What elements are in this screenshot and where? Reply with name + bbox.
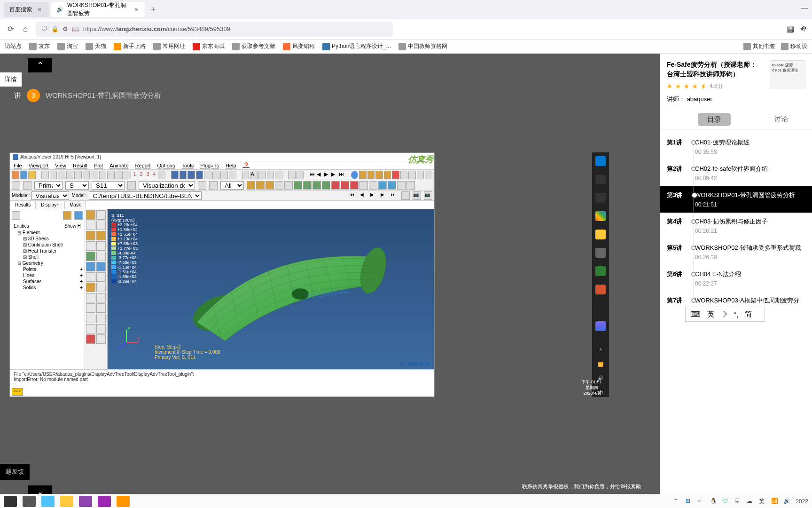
tool-icon[interactable] bbox=[96, 303, 106, 313]
menu-viewport[interactable]: Viewport bbox=[29, 163, 49, 168]
tree-node-solids[interactable]: Solids+ bbox=[12, 285, 83, 291]
render-mode-icon[interactable] bbox=[322, 181, 330, 190]
variable-select[interactable]: S bbox=[65, 181, 89, 190]
tile-icon[interactable] bbox=[187, 171, 195, 179]
tool-icon[interactable] bbox=[96, 272, 106, 282]
save-icon[interactable] bbox=[20, 171, 28, 179]
extension-icon[interactable]: ⬚ bbox=[787, 24, 794, 33]
tile-icon[interactable] bbox=[171, 171, 179, 179]
teacher-name[interactable]: abaquser bbox=[687, 95, 712, 103]
tree-node-surfaces[interactable]: Surfaces+ bbox=[12, 278, 83, 285]
bookmark-item[interactable]: 天猫 bbox=[86, 42, 106, 50]
tool-icon[interactable] bbox=[86, 293, 95, 302]
new-tab-button[interactable]: + bbox=[147, 3, 160, 16]
ime-punct[interactable]: °, bbox=[734, 310, 738, 318]
taskbar-cloud-icon[interactable] bbox=[41, 496, 55, 507]
render-mode-icon[interactable] bbox=[312, 181, 321, 190]
view-number[interactable]: 2 bbox=[139, 171, 144, 179]
tool-icon[interactable] bbox=[425, 171, 432, 179]
bookmark-item[interactable]: 京东 bbox=[29, 42, 50, 50]
tool-icon[interactable] bbox=[417, 171, 424, 179]
taskbar-explorer-icon[interactable] bbox=[60, 496, 73, 507]
cube-icon[interactable] bbox=[359, 171, 367, 179]
element-icon[interactable] bbox=[359, 181, 368, 190]
play-icon[interactable]: ▶ bbox=[324, 171, 331, 179]
menu-plot[interactable]: Plot bbox=[94, 163, 103, 168]
render-mode-icon[interactable] bbox=[247, 181, 255, 190]
first-icon[interactable]: ⏮ bbox=[350, 192, 357, 199]
bookmark-item[interactable]: 访站点 bbox=[5, 42, 22, 50]
element-icon[interactable] bbox=[369, 181, 377, 190]
layout-icon[interactable] bbox=[204, 171, 211, 179]
element-icon[interactable] bbox=[397, 181, 406, 190]
feedback-button[interactable]: 题反馈 bbox=[0, 464, 30, 480]
lesson-item[interactable]: 第3讲WORKSHOP01-带孔洞圆管疲劳分析00:21:51 bbox=[660, 186, 812, 213]
element-icon[interactable] bbox=[406, 181, 415, 190]
other-bookmarks[interactable]: 其他书签 bbox=[743, 42, 775, 50]
explorer-icon[interactable] bbox=[595, 230, 606, 239]
menu-animate[interactable]: Animate bbox=[109, 163, 128, 168]
menu-view[interactable]: View bbox=[55, 163, 66, 168]
lesson-item[interactable]: 第5讲WORKSHOP02-转轴承受多重形式荷载00:26:39 bbox=[660, 239, 812, 265]
menu-options[interactable]: Options bbox=[157, 163, 175, 168]
tree-node-shell[interactable]: ⊞ Shell bbox=[12, 254, 83, 260]
start-icon[interactable] bbox=[595, 156, 606, 166]
tree-node-continuum[interactable]: ⊞ Continuum Shell bbox=[12, 242, 83, 248]
close-icon[interactable]: × bbox=[36, 6, 43, 13]
last-icon[interactable]: ⏭ bbox=[391, 192, 398, 199]
tool-icon[interactable] bbox=[23, 181, 31, 190]
render-icon[interactable] bbox=[288, 171, 296, 179]
view-icon[interactable] bbox=[74, 171, 82, 179]
tool-icon[interactable] bbox=[12, 181, 20, 190]
tool-icon[interactable] bbox=[116, 171, 123, 179]
app-icon[interactable] bbox=[595, 321, 606, 331]
tool-icon[interactable] bbox=[86, 334, 95, 344]
cube-icon[interactable] bbox=[384, 171, 391, 179]
abaqus-titlebar[interactable]: Abaqus/Viewer 2019.HF5 [Viewport: 1] — □… bbox=[10, 153, 434, 161]
prev-icon[interactable]: ◀ bbox=[360, 192, 367, 199]
next-frame-icon[interactable]: ▶ bbox=[331, 171, 338, 179]
taskbar-app[interactable] bbox=[23, 496, 36, 507]
render-mode-icon[interactable] bbox=[256, 181, 265, 190]
flag-icon[interactable] bbox=[392, 171, 399, 179]
tab-mask[interactable]: Mask bbox=[64, 201, 86, 209]
tool-icon[interactable] bbox=[86, 262, 95, 271]
open-icon[interactable] bbox=[28, 171, 36, 179]
bookmark-item[interactable]: 常用网址 bbox=[153, 42, 185, 50]
component-select[interactable]: S11 bbox=[92, 181, 125, 190]
abaqus-console[interactable]: File "c:/Users/USER/abaqus_plugins/Displ… bbox=[10, 369, 434, 397]
search-icon[interactable] bbox=[595, 175, 606, 184]
lesson-list[interactable]: 第1讲CH01-疲劳理论概述00:35:58第2讲CH02-fe-safe软件界… bbox=[660, 130, 812, 322]
view-icon[interactable] bbox=[83, 171, 90, 179]
model-select[interactable]: C:/temp/TUBE-BENDING/tube-BENDING.odb bbox=[89, 191, 202, 200]
ime-moon-icon[interactable]: ☽ bbox=[721, 310, 727, 318]
tree-node-heat[interactable]: ⊞ Heat Transfer bbox=[12, 248, 83, 254]
shield-icon[interactable]: 🛡 bbox=[41, 25, 47, 32]
first-frame-icon[interactable]: ⏮ bbox=[310, 171, 316, 179]
tool-icon[interactable] bbox=[86, 210, 95, 220]
tree-node-lines[interactable]: Lines+ bbox=[12, 272, 83, 278]
bookmark-item[interactable]: Python语言程序设计_... bbox=[322, 42, 391, 50]
permission-icon[interactable]: ⚙ bbox=[62, 25, 68, 32]
ime-toolbar[interactable]: ⌨ 英 ☽ °, 简 bbox=[685, 307, 765, 322]
render-icon[interactable] bbox=[297, 171, 304, 179]
mobile-bookmarks[interactable]: 移动设 bbox=[781, 42, 807, 50]
taskbar-firefox-icon[interactable] bbox=[117, 496, 130, 507]
lesson-item[interactable]: 第1讲CH01-疲劳理论概述00:35:58 bbox=[660, 134, 812, 160]
tray-icon[interactable]: 🐧 bbox=[710, 498, 718, 505]
tool-icon[interactable] bbox=[86, 241, 95, 251]
render-mode-icon[interactable] bbox=[294, 181, 302, 190]
tool-icon[interactable] bbox=[86, 303, 95, 313]
abaqus-viewport[interactable]: S, S11 (Avg: 100%) +2.26e+04+1.89e+04+1.… bbox=[108, 209, 434, 369]
tool-icon[interactable] bbox=[96, 221, 106, 230]
back-icon[interactable]: ↶ bbox=[800, 24, 806, 33]
paint-icon[interactable] bbox=[595, 248, 606, 258]
grid-icon[interactable] bbox=[267, 171, 274, 179]
chrome-icon[interactable] bbox=[595, 211, 606, 221]
ime-lang[interactable]: 英 bbox=[707, 310, 714, 319]
menu-help[interactable]: Help bbox=[226, 163, 236, 168]
prev-frame-icon[interactable]: ◀ bbox=[317, 171, 323, 179]
tray-icon[interactable]: 🗨 bbox=[734, 498, 742, 505]
all-select[interactable]: All bbox=[220, 181, 244, 190]
minimize-icon[interactable]: — bbox=[801, 4, 808, 12]
